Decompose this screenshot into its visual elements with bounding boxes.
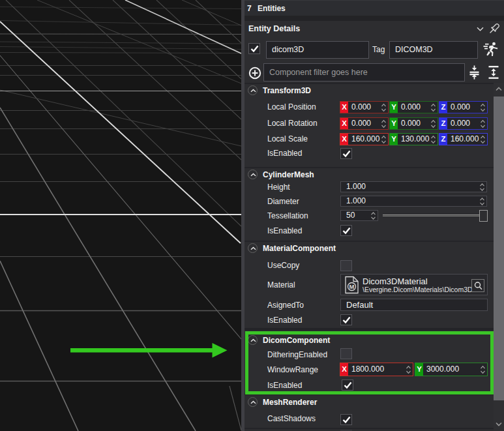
svg-text:M: M [349,283,355,290]
